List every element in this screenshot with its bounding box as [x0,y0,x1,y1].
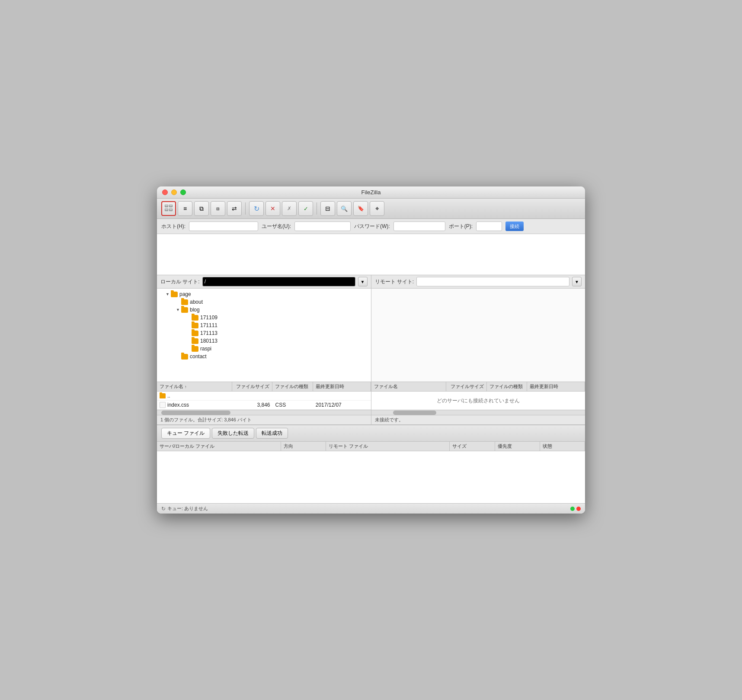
sep1 [245,202,246,215]
host-input[interactable] [189,222,258,231]
sync-browsing-button[interactable]: ⇄ [227,201,242,216]
remote-table-header: ファイル名 ファイルサイズ ファイルの種類 最終更新日時 [371,382,585,392]
queue-col-server[interactable]: サーバ/ローカル ファイル [157,442,281,451]
col-header-filetype[interactable]: ファイルの種類 [272,382,313,391]
remote-scrollbar-thumb[interactable] [393,411,436,415]
table-row-parent[interactable]: .. [157,392,371,401]
cell-css-size: 3,846 [232,401,272,409]
queue-body [157,451,585,503]
queue-col-size[interactable]: サイズ [450,442,495,451]
local-tree-icon: ⧉ [199,205,204,212]
main-panels: ローカル サイト: ▼ ▼ page about [157,275,585,425]
remote-col-header-filename[interactable]: ファイル名 [371,382,447,391]
tree-item-about[interactable]: about [157,298,371,306]
remote-tree [371,289,585,382]
local-scrollbar[interactable] [157,410,371,415]
queue-status: ↻ キュー: ありません [161,505,208,512]
cell-css-date: 2017/12/07 [313,401,371,409]
svg-rect-6 [170,205,172,206]
tab-transfer-success[interactable]: 転送成功 [256,428,288,439]
queue-footer: ↻ キュー: ありません [157,503,585,514]
remote-file-table: ファイル名 ファイルサイズ ファイルの種類 最終更新日時 どのサーバにも接続され… [371,382,585,410]
remote-tree-icon: ⧈ [216,206,220,212]
search-remote-button[interactable]: 🔍 [337,201,352,216]
reconnect-icon: ↻ [254,205,259,213]
table-row-index-css[interactable]: index.css 3,846 CSS 2017/12/07 [157,401,371,410]
toggle-local-tree-button[interactable]: ⧉ [194,201,209,216]
svg-rect-5 [165,206,168,206]
remote-site-bar: リモート サイト: ▼ [371,275,585,289]
remote-scrollbar[interactable] [371,410,585,415]
cell-parent-name: .. [157,392,232,400]
local-path-input[interactable] [202,277,355,286]
local-table-header: ファイル名 ファイルサイズ ファイルの種類 最終更新日時 [157,382,371,392]
pass-label: パスワード(W): [354,223,390,230]
remote-status-bar: 未接続です。 [371,415,585,424]
col-header-filesize[interactable]: ファイルサイズ [232,382,272,391]
port-label: ポート(P): [449,223,473,230]
svg-rect-7 [170,206,172,206]
remote-path-dropdown[interactable]: ▼ [572,277,582,286]
find-files-button[interactable]: ⌖ [370,201,384,216]
tree-item-171111[interactable]: 171111 [157,321,371,329]
sync-icon: ⇄ [232,205,237,212]
bookmark-icon: 🔖 [358,206,364,212]
tree-item-page[interactable]: ▼ page [157,290,371,298]
remote-col-header-filesize[interactable]: ファイルサイズ [446,382,486,391]
tree-label-171111: 171111 [200,322,217,328]
traffic-lights [162,189,186,195]
reconnect-button[interactable]: ↻ [249,201,264,216]
tree-label-171113: 171113 [200,330,217,336]
tree-item-171109[interactable]: 171109 [157,314,371,321]
svg-rect-9 [165,210,168,210]
tab-queue-files[interactable]: キュー ファイル [161,428,210,439]
queue-col-status[interactable]: 状態 [540,442,585,451]
user-input[interactable] [294,222,351,231]
local-scrollbar-thumb[interactable] [161,411,230,415]
remote-col-header-filetype[interactable]: ファイルの種類 [487,382,527,391]
folder-icon-page [171,292,178,297]
quickconnect-button[interactable]: 接続 [505,222,524,231]
tab-failed-transfers[interactable]: 失敗した転送 [212,428,254,439]
columns-icon: ⊟ [325,205,330,212]
queue-col-remote[interactable]: リモート ファイル [326,442,450,451]
host-label: ホスト(H): [161,223,186,230]
cell-parent-date [313,395,371,397]
close-button[interactable] [162,189,168,195]
pass-input[interactable] [393,222,445,231]
search-remote-icon: 🔍 [341,206,348,212]
port-input[interactable] [476,222,502,231]
disconnect-button[interactable]: ✗ [282,201,297,216]
connect-button[interactable]: ✓ [298,201,313,216]
tree-item-180113[interactable]: 180113 [157,337,371,345]
tree-item-contact[interactable]: contact [157,353,371,360]
site-manager-button[interactable] [161,201,176,216]
connect-icon: ✓ [304,206,308,212]
tree-item-blog[interactable]: ▼ blog [157,306,371,314]
cell-parent-size [232,395,272,397]
minimize-button[interactable] [171,189,177,195]
toggle-columns-button[interactable]: ⊟ [320,201,335,216]
queue-col-direction[interactable]: 方向 [281,442,326,451]
col-header-filename[interactable]: ファイル名 [157,382,232,391]
svg-rect-8 [165,209,168,209]
tree-label-about: about [190,299,203,305]
queue-section: キュー ファイル 失敗した転送 転送成功 サーバ/ローカル ファイル 方向 リモ… [157,425,585,514]
bookmark-button[interactable]: 🔖 [353,201,368,216]
toggle-remote-tree-button[interactable]: ⧈ [211,201,225,216]
local-path-dropdown[interactable]: ▼ [358,277,368,286]
folder-icon-171113 [192,331,198,336]
disconnect-icon: ✗ [287,206,291,212]
parent-dir-label: .. [167,393,170,399]
cancel-current-button[interactable]: ✕ [265,201,280,216]
remote-path-input[interactable] [416,277,569,286]
tree-item-raspi[interactable]: raspi [157,345,371,353]
toggle-message-log-button[interactable]: ≡ [178,201,192,216]
queue-col-priority[interactable]: 優先度 [495,442,540,451]
remote-col-header-date[interactable]: 最終更新日時 [527,382,585,391]
tree-item-171113[interactable]: 171113 [157,329,371,337]
col-header-date[interactable]: 最終更新日時 [313,382,371,391]
maximize-button[interactable] [180,189,186,195]
cell-css-name: index.css [157,401,232,409]
dot-red [576,507,581,511]
